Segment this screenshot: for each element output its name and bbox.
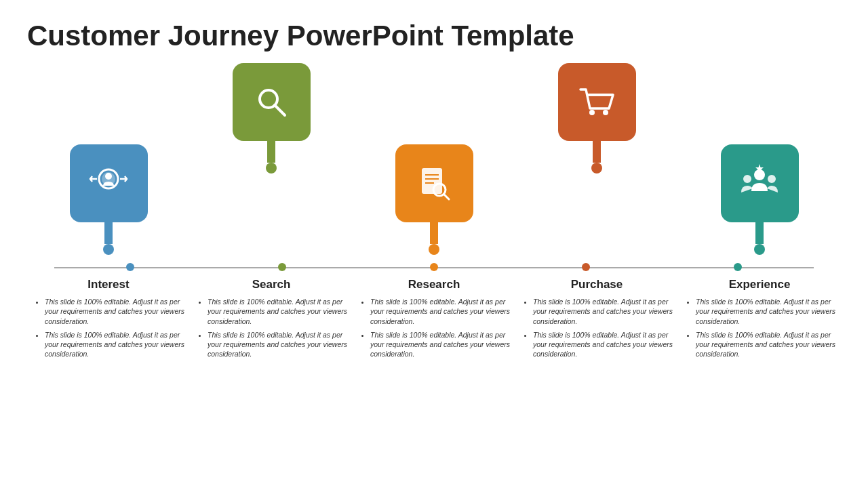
svg-point-14 [589,110,595,115]
experience-tail [755,222,764,244]
interest-bullet-2: This slide is 100% editable. Adjust it a… [45,330,184,359]
dot-search [278,263,286,271]
research-doc-icon [412,161,456,205]
research-bullets: This slide is 100% editable. Adjust it a… [358,297,510,363]
purchase-label: Purchase [571,278,623,291]
purchase-icon-bubble [558,63,636,141]
stage-research [353,144,515,262]
interest-bullets: This slide is 100% editable. Adjust it a… [33,297,184,363]
experience-bullet-1: This slide is 100% editable. Adjust it a… [696,297,835,326]
research-bullet-1: This slide is 100% editable. Adjust it a… [370,297,510,326]
experience-bubble-container [721,144,799,255]
purchase-bullet-1: This slide is 100% editable. Adjust it a… [533,297,673,326]
dot-purchase [582,263,590,271]
stage-interest [27,144,190,262]
search-bubble-container [233,63,311,174]
research-dot-bottom [429,244,439,255]
dot-research [430,263,438,271]
interest-bubble-container [70,144,148,255]
svg-point-15 [603,110,608,115]
svg-line-12 [444,195,449,199]
research-bubble-container [395,144,473,255]
interest-dot-bottom [103,244,114,255]
stage-search [190,63,353,262]
page-title: Customer Journey PowerPoint Template [27,20,841,52]
interest-icon-bubble [70,144,148,222]
stage-experience [678,144,841,262]
research-label: Research [408,278,460,291]
interest-tail [104,222,113,244]
experience-label: Experience [729,278,791,291]
search-magnify-icon [250,80,294,124]
svg-point-18 [768,175,776,183]
purchase-bullets: This slide is 100% editable. Adjust it a… [521,297,673,363]
purchase-bubble-container [558,63,636,174]
research-bullet-2: This slide is 100% editable. Adjust it a… [370,330,510,359]
label-col-purchase: Purchase This slide is 100% editable. Ad… [515,278,678,363]
search-icon-bubble [233,63,311,141]
research-icon-bubble [395,144,473,222]
svg-point-17 [743,175,751,183]
experience-dot-bottom [754,244,765,255]
label-col-search: Search This slide is 100% editable. Adju… [190,278,353,363]
page: Customer Journey PowerPoint Template [0,0,868,488]
search-dot-bottom [266,163,277,174]
diagram-area: Interest This slide is 100% editable. Ad… [27,65,841,474]
interest-bullet-1: This slide is 100% editable. Adjust it a… [45,297,184,326]
label-col-research: Research This slide is 100% editable. Ad… [353,278,515,363]
group-icon [738,161,782,205]
purchase-dot-bottom [591,163,602,174]
interest-label: Interest [87,278,129,291]
dot-experience [734,263,742,271]
labels-section: Interest This slide is 100% editable. Ad… [27,278,841,363]
icons-row [27,65,841,262]
experience-bullet-2: This slide is 100% editable. Adjust it a… [696,330,835,359]
search-bullet-1: This slide is 100% editable. Adjust it a… [208,297,347,326]
label-col-experience: Experience This slide is 100% editable. … [678,278,841,363]
svg-point-4 [105,173,112,180]
label-col-interest: Interest This slide is 100% editable. Ad… [27,278,190,363]
search-label: Search [252,278,291,291]
search-tail [267,141,275,163]
search-bullet-2: This slide is 100% editable. Adjust it a… [208,330,347,359]
head-icon [87,161,131,205]
dot-interest [126,263,134,271]
experience-icon-bubble [721,144,799,222]
research-tail [430,222,438,244]
stage-purchase [515,63,678,262]
svg-rect-7 [422,168,442,194]
experience-bullets: This slide is 100% editable. Adjust it a… [684,297,835,363]
purchase-bullet-2: This slide is 100% editable. Adjust it a… [533,330,673,359]
svg-point-16 [754,169,765,180]
search-bullets: This slide is 100% editable. Adjust it a… [195,297,347,363]
cart-icon [575,80,619,124]
timeline-dots [54,263,814,271]
purchase-tail [593,141,601,163]
timeline-section [54,262,814,272]
svg-line-6 [275,105,285,115]
